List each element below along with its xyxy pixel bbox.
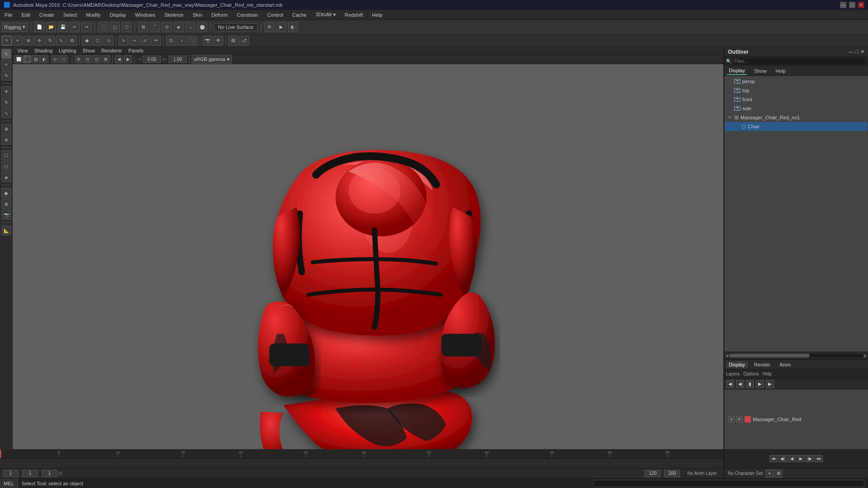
channel-sub-layers[interactable]: Layers	[726, 371, 740, 376]
go-to-start-button[interactable]: ⏮	[769, 455, 778, 462]
play-forward-button[interactable]: ▶	[797, 455, 805, 462]
viewport-menu-shading[interactable]: Shading	[33, 47, 54, 54]
outliner-tab-help[interactable]: Help	[774, 67, 788, 75]
channel-sub-help[interactable]: Help	[762, 371, 772, 376]
step-back-button[interactable]: ◀|	[778, 455, 787, 462]
outliner-item-side[interactable]: 📷 side	[725, 104, 867, 113]
menu-3dtoall[interactable]: 3DtoAll ▾	[314, 11, 338, 19]
menu-select[interactable]: Select	[61, 11, 79, 19]
menu-cache[interactable]: Cache	[290, 11, 308, 19]
snap-to-edge-button[interactable]: ⟂	[185, 22, 195, 32]
viewport-3d[interactable]: persp X Y Z	[13, 64, 723, 449]
snap-to-grid-button[interactable]: ⊞	[138, 22, 148, 32]
layer-visibility-toggle[interactable]: V	[728, 416, 735, 422]
snap-to-view-button[interactable]: ◈	[174, 22, 184, 32]
menu-edit[interactable]: Edit	[20, 11, 32, 19]
select-mode-button[interactable]: ↖	[1, 49, 11, 59]
soft-select-button[interactable]: ◉	[82, 36, 92, 46]
rotate-tool-button[interactable]: ↻	[45, 36, 55, 46]
render-vis-button[interactable]: ◉	[1, 188, 11, 198]
show-grid-button[interactable]: ⊞	[1, 199, 11, 209]
film-gate-button[interactable]: ⊡	[84, 55, 92, 63]
rotate-mode-button[interactable]: ↻	[1, 97, 11, 107]
outliner-minimize[interactable]: —	[849, 49, 854, 55]
range-end-field[interactable]	[645, 470, 660, 477]
menu-display[interactable]: Display	[108, 11, 128, 19]
menu-skin[interactable]: Skin	[191, 11, 204, 19]
snap-to-curve-button[interactable]: ⌒	[150, 22, 160, 32]
lasso-select-button[interactable]: ⌖	[13, 36, 23, 46]
paint-button[interactable]: ✎	[1, 70, 11, 80]
menu-create[interactable]: Create	[38, 11, 56, 19]
layer-next-button[interactable]: ▶	[756, 380, 764, 388]
transform-tool-button[interactable]: ⧉	[67, 36, 77, 46]
menu-redshift[interactable]: Redshift	[343, 11, 365, 19]
measure-button[interactable]: 📐	[1, 225, 11, 235]
dg-editor-button[interactable]: ⛓	[228, 36, 238, 46]
scroll-track[interactable]	[729, 354, 863, 357]
outliner-item-front[interactable]: 📷 front	[725, 95, 867, 104]
snap-to-surface-button[interactable]: ⬤	[197, 22, 207, 32]
hierarchy-button[interactable]: ⬡	[1, 161, 11, 171]
outliner-close[interactable]: ✕	[860, 49, 864, 55]
menu-file[interactable]: File	[3, 11, 14, 19]
outliner-item-massager-group[interactable]: ▼ ⊞ Massager_Chair_Red_no1	[725, 113, 867, 122]
menu-deform[interactable]: Deform	[210, 11, 230, 19]
current-frame-field[interactable]	[22, 470, 38, 477]
viewport-menu-lighting[interactable]: Lighting	[57, 47, 78, 54]
viewport-menu-panels[interactable]: Panels	[127, 47, 146, 54]
show-manipulator-button[interactable]: ☉	[104, 36, 113, 46]
smooth-shade-button[interactable]: ⬛	[23, 55, 31, 63]
marker-frame-field[interactable]	[42, 470, 57, 477]
outliner-item-persp[interactable]: 📷 persp	[725, 77, 867, 86]
layer-end-button[interactable]: ▶	[766, 380, 774, 388]
new-scene-button[interactable]: 📄	[34, 22, 44, 32]
ep-curve-button[interactable]: ∾	[129, 36, 139, 46]
snap-to-point-button[interactable]: ⊙	[162, 22, 172, 32]
outliner-tab-display[interactable]: Display	[727, 67, 747, 75]
menu-control[interactable]: Control	[265, 11, 285, 19]
menu-windows[interactable]: Windows	[133, 11, 157, 19]
outliner-search-input[interactable]	[733, 58, 866, 65]
expand-collapse-icon[interactable]: ▼	[727, 115, 732, 120]
paint-select-button[interactable]: ⊛	[24, 36, 33, 46]
cv-curve-button[interactable]: ∿	[118, 36, 128, 46]
layer-play-button[interactable]: ◀	[736, 380, 744, 388]
scroll-right-icon[interactable]: ▶	[863, 353, 868, 358]
range-start-field[interactable]	[3, 470, 19, 477]
outliner-tab-show[interactable]: Show	[752, 67, 769, 75]
channel-tab-render[interactable]: Render	[751, 361, 773, 368]
layer-color-swatch[interactable]	[745, 416, 751, 422]
node-editor-button[interactable]: ⎇	[239, 36, 249, 46]
open-scene-button[interactable]: 📂	[46, 22, 56, 32]
colorspace-dropdown[interactable]: sRGB gamma ▾	[192, 55, 232, 64]
xray-button[interactable]: ⬡	[60, 55, 68, 63]
char-set-icon[interactable]: +	[765, 469, 774, 478]
sculpt-button[interactable]: ⬡	[93, 36, 103, 46]
overscan-button[interactable]: ⊠	[102, 55, 110, 63]
component-button[interactable]: ◈	[1, 172, 11, 182]
mel-command-input[interactable]	[593, 480, 864, 487]
minimize-button[interactable]: —	[840, 2, 846, 8]
select-tool-button[interactable]: ↖	[2, 36, 12, 46]
viewport-menu-renderer[interactable]: Renderer	[99, 47, 124, 54]
pencil-curve-button[interactable]: ✏	[151, 36, 161, 46]
render-settings-button[interactable]: ⚙	[264, 22, 274, 32]
camera-btn[interactable]: 📷	[1, 210, 11, 220]
move-tool-button[interactable]: ✛	[34, 36, 44, 46]
nurbs-create-button[interactable]: ⬦	[177, 36, 187, 46]
poly-select-button[interactable]: ⊡	[166, 36, 176, 46]
undo-button[interactable]: ↩	[70, 22, 80, 32]
outliner-scrollbar[interactable]: ◀ ▶	[724, 352, 868, 359]
menu-skeleton[interactable]: Skeleton	[162, 11, 185, 19]
manipulator-button[interactable]: ⊕	[1, 124, 11, 134]
soft-mod-button[interactable]: ⌖	[1, 60, 11, 70]
play-back-button[interactable]: ◀	[788, 455, 796, 462]
view-button[interactable]: 👁	[213, 36, 223, 46]
go-to-end-button[interactable]: ⏭	[815, 455, 823, 462]
layer-prev-button[interactable]: ◀	[726, 380, 734, 388]
save-scene-button[interactable]: 💾	[58, 22, 68, 32]
mode-dropdown[interactable]: Rigging ▾	[2, 23, 28, 32]
timeline-track[interactable]	[0, 458, 723, 459]
layer-item-massager[interactable]: V P Massager_Chair_Red	[726, 415, 803, 424]
